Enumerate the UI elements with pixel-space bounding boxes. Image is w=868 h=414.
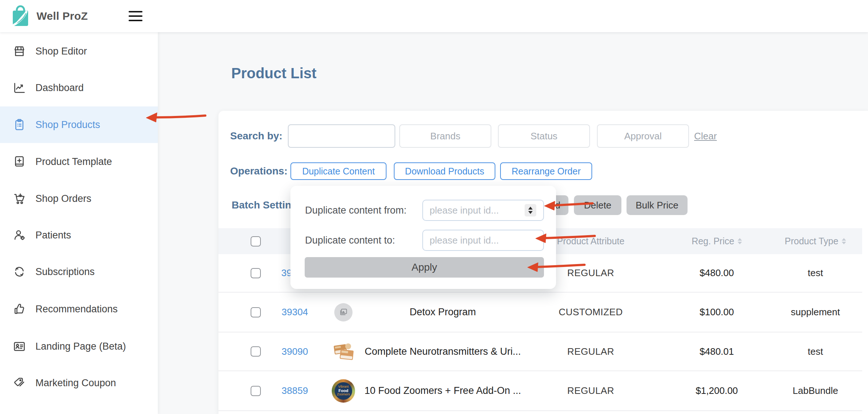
- product-price: $1,200.00: [680, 371, 753, 410]
- sidebar-item-label: Shop Products: [35, 119, 100, 131]
- app-window: Well ProZ Shop Editor Dashboard Shop Pro…: [0, 0, 868, 414]
- sidebar-item-dashboard[interactable]: Dashboard: [0, 69, 158, 106]
- search-by-label: Search by:: [230, 124, 282, 148]
- sort-icon: [738, 238, 742, 244]
- product-image: [331, 340, 355, 362]
- clear-filters-link[interactable]: Clear: [694, 129, 717, 143]
- product-price: $480.01: [680, 332, 753, 370]
- sidebar-item-patients[interactable]: Patients: [0, 217, 158, 253]
- sidebar-item-shop-orders[interactable]: Shop Orders: [0, 180, 158, 217]
- sidebar-item-label: Dashboard: [35, 82, 84, 94]
- thumbs-up-icon: [13, 302, 26, 316]
- number-spinner[interactable]: [525, 204, 536, 217]
- rearrange-order-button[interactable]: Rearrange Order: [500, 162, 592, 180]
- sidebar-item-shop-editor[interactable]: Shop Editor: [0, 33, 158, 69]
- header-product-attribute: Product Attribute: [554, 228, 627, 254]
- sidebar-item-label: Shop Orders: [35, 193, 91, 204]
- product-id-link[interactable]: 39090: [277, 332, 313, 370]
- tags-icon: [13, 376, 26, 389]
- product-price: $480.00: [680, 254, 753, 292]
- product-attribute: REGULAR: [554, 254, 627, 292]
- id-card-icon: [13, 340, 26, 353]
- product-type: test: [779, 332, 852, 370]
- batch-setting-label: Batch Setting: [232, 195, 297, 215]
- apply-button[interactable]: Apply: [305, 257, 544, 278]
- product-type: LabBundle: [779, 371, 852, 410]
- sort-icon: [842, 238, 846, 244]
- product-name: Complete Neurotransmitters & Uri...: [362, 332, 523, 370]
- sidebar-item-product-template[interactable]: Product Template: [0, 143, 158, 180]
- brand-name: Well ProZ: [37, 0, 88, 32]
- sidebar-item-label: Shop Editor: [35, 46, 87, 57]
- duplicate-content-popup: Duplicate content from: Duplicate conten…: [290, 186, 556, 289]
- sidebar: Shop Editor Dashboard Shop Products Prod…: [0, 32, 158, 414]
- product-image: Vibrant Food Zoomers: [332, 379, 355, 403]
- patient-tag-icon: [13, 229, 26, 242]
- duplicate-to-label: Duplicate content to:: [305, 230, 395, 251]
- operations-label: Operations:: [230, 162, 288, 180]
- product-id-link[interactable]: 38859: [277, 371, 313, 410]
- row-checkbox[interactable]: [251, 307, 261, 317]
- clipboard-list-icon: [13, 118, 26, 131]
- row-checkbox[interactable]: [251, 386, 261, 396]
- product-attribute: REGULAR: [554, 371, 627, 410]
- header-reg-price[interactable]: Reg. Price: [680, 228, 753, 254]
- product-name: 10 Food Zoomers + Free Add-On ...: [362, 371, 523, 410]
- hamburger-menu-icon[interactable]: [129, 10, 143, 22]
- header-product-type[interactable]: Product Type: [779, 228, 852, 254]
- duplicate-to-input[interactable]: [422, 230, 544, 251]
- sidebar-item-label: Recommendations: [35, 304, 118, 315]
- batch-bulk-price-button[interactable]: Bulk Price: [627, 195, 688, 215]
- brands-select[interactable]: Brands: [399, 124, 491, 148]
- topbar: Well ProZ: [0, 0, 868, 32]
- search-input[interactable]: [288, 124, 395, 148]
- book-plus-icon: [13, 155, 26, 168]
- sidebar-item-label: Product Template: [35, 156, 112, 168]
- status-select[interactable]: Status: [498, 124, 590, 148]
- product-image-placeholder-icon: [334, 303, 353, 321]
- table-row: 39090 Complete Neurotransmitters & Uri..…: [218, 332, 862, 371]
- table-row: 38859 Vibrant Food Zoomers 10 Food Zoome…: [218, 371, 862, 411]
- batch-delete-button[interactable]: Delete: [574, 195, 621, 215]
- product-price: $100.00: [680, 293, 753, 332]
- sidebar-item-recommendations[interactable]: Recommendations: [0, 291, 158, 327]
- sidebar-item-label: Landing Page (Beta): [35, 341, 126, 352]
- row-checkbox[interactable]: [251, 268, 261, 278]
- sidebar-item-label: Marketing Coupon: [35, 377, 116, 389]
- download-products-button[interactable]: Download Products: [394, 162, 495, 180]
- refresh-icon: [13, 265, 26, 278]
- select-all-checkbox[interactable]: [251, 236, 261, 246]
- product-name: Detox Program: [362, 293, 523, 332]
- wellproz-logo-icon: [11, 5, 30, 27]
- sidebar-item-label: Subscriptions: [35, 266, 95, 278]
- row-checkbox[interactable]: [251, 346, 261, 357]
- sidebar-item-subscriptions[interactable]: Subscriptions: [0, 253, 158, 290]
- cart-plus-icon: [13, 192, 26, 205]
- duplicate-from-label: Duplicate content from:: [305, 200, 407, 221]
- sidebar-item-landing-page[interactable]: Landing Page (Beta): [0, 328, 158, 365]
- product-type: supplement: [779, 293, 852, 332]
- storefront-icon: [13, 45, 26, 58]
- product-attribute: REGULAR: [554, 332, 627, 370]
- page-title: Product List: [231, 65, 316, 82]
- chart-line-icon: [13, 81, 26, 94]
- sidebar-item-marketing-coupon[interactable]: Marketing Coupon: [0, 365, 158, 401]
- table-row: 39304 Detox Program CUSTOMIZED $100.00 s…: [218, 293, 862, 332]
- product-type: test: [779, 254, 852, 292]
- product-attribute: CUSTOMIZED: [554, 293, 627, 332]
- sidebar-item-shop-products[interactable]: Shop Products: [0, 106, 158, 143]
- duplicate-content-button[interactable]: Duplicate Content: [290, 162, 387, 180]
- sidebar-item-label: Patients: [35, 230, 71, 241]
- product-id-link[interactable]: 39304: [277, 293, 313, 332]
- approval-select[interactable]: Approval: [597, 124, 689, 148]
